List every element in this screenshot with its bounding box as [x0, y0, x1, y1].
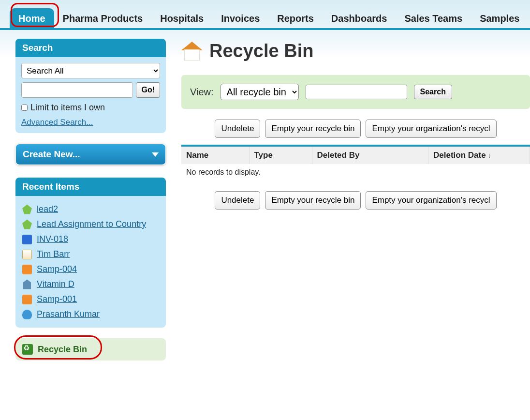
view-label: View: [190, 87, 214, 98]
tab-home[interactable]: Home [10, 8, 54, 28]
user-icon [22, 310, 32, 319]
sort-descending-icon: ↓ [486, 151, 491, 159]
list-item: Lead Assignment to Country [21, 217, 160, 232]
search-panel: Search Search All Go! Limit to items I o… [15, 39, 166, 133]
table-header-row: NameTypeDeleted ByDeletion Date ↓ [181, 146, 530, 164]
limit-own-row[interactable]: Limit to items I own [21, 103, 160, 113]
list-item: Vitamin D [21, 277, 160, 292]
recent-item-link[interactable]: Prasanth Kumar [37, 309, 100, 319]
action-row-top: Undelete Empty your recycle bin Empty yo… [181, 120, 530, 138]
contact-icon [22, 250, 32, 259]
sidebar-recycle-bin[interactable]: Recycle Bin [15, 338, 166, 360]
tab-reports[interactable]: Reports [268, 8, 323, 28]
empty-own-button[interactable]: Empty your recycle bin [265, 120, 361, 138]
main-nav-tabs: HomePharma ProductsHospitalsInvoicesRepo… [0, 0, 530, 30]
view-search-input[interactable] [306, 85, 407, 99]
recent-item-link[interactable]: lead2 [37, 204, 58, 214]
col-type[interactable]: Type [249, 146, 312, 164]
table-row: No records to display. [181, 164, 530, 180]
recent-items-list: lead2Lead Assignment to CountryINV-018Ti… [21, 202, 160, 322]
recent-items-header: Recent Items [15, 178, 166, 196]
tab-invoices[interactable]: Invoices [212, 8, 268, 28]
view-filter-bar: View: All recycle bin Search [181, 75, 530, 109]
list-item: Tim Barr [21, 247, 160, 262]
main-content: Recycle Bin View: All recycle bin Search… [172, 30, 530, 369]
lead-icon [22, 205, 32, 214]
empty-own-button[interactable]: Empty your recycle bin [265, 191, 361, 210]
lead-icon [22, 220, 32, 229]
page-title: Recycle Bin [209, 41, 313, 61]
recent-item-link[interactable]: Vitamin D [37, 279, 74, 289]
chevron-down-icon [152, 152, 159, 157]
limit-own-label: Limit to items I own [30, 103, 105, 113]
tab-samples[interactable]: Samples [471, 8, 528, 28]
sidebar: Search Search All Go! Limit to items I o… [0, 30, 172, 369]
create-new-button[interactable]: Create New... [15, 144, 166, 165]
tab-sales-teams[interactable]: Sales Teams [396, 8, 471, 28]
recent-item-link[interactable]: Tim Barr [37, 249, 70, 259]
samp-icon [22, 295, 32, 304]
empty-org-button[interactable]: Empty your organization's recycl [366, 120, 496, 138]
view-select[interactable]: All recycle bin [221, 84, 299, 100]
recent-item-link[interactable]: Samp-001 [37, 294, 77, 304]
list-item: Samp-001 [21, 292, 160, 307]
recent-item-link[interactable]: Lead Assignment to Country [37, 219, 146, 229]
tab-pharma-products[interactable]: Pharma Products [54, 8, 152, 28]
list-item: Prasanth Kumar [21, 307, 160, 322]
recent-item-link[interactable]: Samp-004 [37, 264, 77, 274]
recent-items-panel: Recent Items lead2Lead Assignment to Cou… [15, 178, 166, 328]
samp-icon [22, 265, 32, 274]
page-header: Recycle Bin [181, 41, 530, 61]
create-new-label: Create New... [23, 149, 80, 160]
tab-dashboards[interactable]: Dashboards [323, 8, 396, 28]
recycle-bin-icon [22, 344, 33, 355]
recycle-bin-table: NameTypeDeleted ByDeletion Date ↓ No rec… [181, 145, 530, 180]
list-item: lead2 [21, 202, 160, 217]
limit-own-checkbox[interactable] [21, 105, 28, 111]
advanced-search-link[interactable]: Advanced Search... [21, 118, 93, 127]
undelete-button[interactable]: Undelete [215, 120, 260, 138]
search-scope-select[interactable]: Search All [21, 63, 160, 78]
tab-hospitals[interactable]: Hospitals [151, 8, 212, 28]
list-item: Samp-004 [21, 262, 160, 277]
undelete-button[interactable]: Undelete [215, 191, 260, 210]
col-deletion-date[interactable]: Deletion Date ↓ [428, 146, 530, 164]
action-row-bottom: Undelete Empty your recycle bin Empty yo… [181, 191, 530, 210]
recent-item-link[interactable]: INV-018 [37, 234, 68, 244]
search-panel-header: Search [15, 39, 166, 57]
home-icon [181, 42, 203, 61]
hosp-icon [22, 280, 32, 289]
view-search-button[interactable]: Search [414, 85, 452, 99]
search-go-button[interactable]: Go! [136, 82, 160, 98]
search-input[interactable] [21, 82, 133, 98]
empty-message: No records to display. [181, 164, 530, 180]
col-deleted-by[interactable]: Deleted By [312, 146, 428, 164]
list-item: INV-018 [21, 232, 160, 247]
sidebar-recycle-bin-label: Recycle Bin [38, 345, 87, 355]
inv-icon [22, 235, 32, 244]
empty-org-button[interactable]: Empty your organization's recycl [366, 191, 496, 210]
col-name[interactable]: Name [181, 146, 249, 164]
